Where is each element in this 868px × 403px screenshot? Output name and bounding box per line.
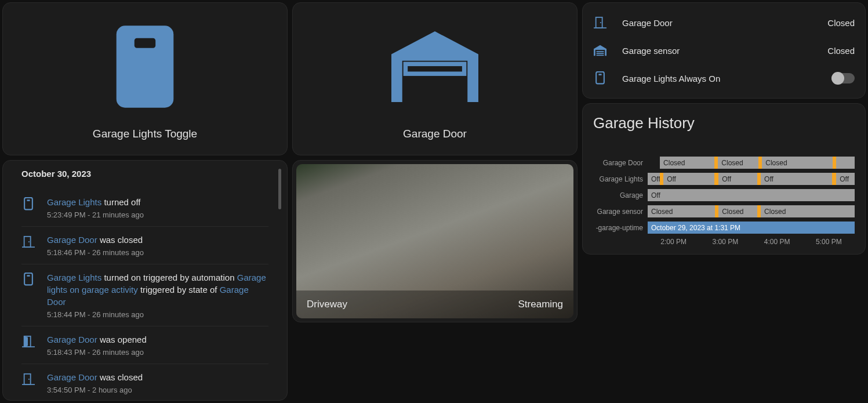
- garage-lights-toggle-label: Garage Lights Toggle: [93, 128, 197, 140]
- log-item-time: 3:54:50 PM - 2 hours ago: [47, 386, 268, 394]
- camera-name: Driveway: [307, 299, 347, 310]
- svg-rect-22: [597, 53, 604, 54]
- history-title: Garage History: [593, 114, 855, 132]
- timeline-segment: Closed: [648, 205, 715, 217]
- timeline-segment: Off: [761, 173, 832, 185]
- timeline-track: ClosedClosedClosed: [648, 157, 855, 169]
- timeline-segment: Closed: [660, 157, 714, 169]
- status-value: Closed: [827, 18, 855, 28]
- scrollbar-thumb[interactable]: [278, 169, 281, 209]
- camera-status: Streaming: [518, 299, 563, 310]
- timeline-track: Off: [648, 189, 855, 201]
- svg-rect-24: [596, 72, 604, 84]
- svg-rect-16: [405, 64, 464, 74]
- axis-tick: 5:00 PM: [803, 238, 855, 246]
- svg-rect-25: [598, 74, 601, 75]
- log-item-time: 5:23:49 PM - 21 minutes ago: [47, 210, 268, 219]
- axis-tick: 4:00 PM: [751, 238, 803, 246]
- garage-icon: [391, 23, 478, 110]
- camera-overlay: Driveway Streaming: [296, 291, 573, 318]
- timeline-row[interactable]: Garage Off: [593, 189, 855, 201]
- log-item[interactable]: Garage Door was closed 3:54:50 PM - 2 ho…: [21, 364, 268, 400]
- garage-icon: [593, 43, 607, 57]
- log-item-time: 5:18:44 PM - 26 minutes ago: [47, 310, 268, 319]
- log-item[interactable]: Garage Lights turned off 5:23:49 PM - 21…: [21, 189, 268, 227]
- timeline-segment: [836, 157, 855, 169]
- garage-lights-toggle-card[interactable]: Garage Lights Toggle: [2, 2, 288, 155]
- timeline-segment: Off: [663, 173, 714, 185]
- timeline-row[interactable]: Garage Lights OffOffOffOffOff: [593, 173, 855, 185]
- timeline-label: Garage Lights: [593, 175, 648, 183]
- svg-point-14: [28, 379, 30, 380]
- timeline-label: -garage-uptime: [593, 224, 648, 232]
- svg-marker-10: [24, 336, 28, 347]
- driveway-camera-card: Driveway Streaming: [292, 160, 578, 322]
- history-card: Garage History Garage Door ClosedClosedC…: [582, 103, 866, 255]
- activity-log-card: October 30, 2023 Garage Lights turned of…: [2, 160, 288, 401]
- timeline-segment: Closed: [762, 157, 833, 169]
- door-closed-icon: [21, 372, 35, 386]
- status-label: Garage Lights Always On: [622, 74, 816, 83]
- timeline-segment: Off: [718, 173, 757, 185]
- timeline-segment: Closed: [718, 205, 757, 217]
- log-item-text: Garage Door was closed: [47, 371, 268, 383]
- garage-door-label: Garage Door: [403, 128, 467, 140]
- light-icon: [593, 71, 607, 85]
- log-item-time: 5:18:46 PM - 26 minutes ago: [47, 248, 268, 257]
- timeline-row[interactable]: Garage Door ClosedClosedClosed: [593, 157, 855, 169]
- door-open-icon: [21, 335, 35, 348]
- log-item-text: Garage Door was closed: [47, 234, 268, 246]
- svg-rect-2: [24, 198, 32, 210]
- timeline-row[interactable]: -garage-uptime October 29, 2023 at 1:31 …: [593, 222, 855, 234]
- light-icon: [21, 273, 35, 286]
- camera-feed[interactable]: Driveway Streaming: [296, 164, 573, 318]
- log-item-text: Garage Lights turned off: [47, 196, 268, 208]
- status-row: Garage Door Closed: [593, 9, 855, 37]
- log-item[interactable]: Garage Lights turned on triggered by aut…: [21, 264, 268, 326]
- timeline-segment: October 29, 2023 at 1:31 PM: [648, 222, 855, 234]
- timeline-segment: Off: [648, 173, 660, 185]
- svg-rect-23: [597, 55, 604, 56]
- log-item-text: Garage Door was opened: [47, 333, 268, 346]
- light-icon: [21, 197, 35, 211]
- door-closed-icon: [593, 16, 607, 30]
- timeline-track: OffOffOffOffOff: [648, 173, 855, 185]
- timeline-row[interactable]: Garage sensor ClosedClosedClosed: [593, 205, 855, 217]
- log-item-time: 5:18:43 PM - 26 minutes ago: [47, 348, 268, 357]
- svg-rect-21: [597, 51, 604, 52]
- timeline-label: Garage Door: [593, 159, 648, 167]
- timeline-segment: [714, 173, 718, 185]
- timeline-segment: Closed: [761, 205, 855, 217]
- log-item[interactable]: Garage Door was closed 5:18:46 PM - 26 m…: [21, 227, 268, 264]
- status-card: Garage Door Closed Garage sensor Closed …: [582, 2, 866, 99]
- garage-door-card[interactable]: Garage Door: [292, 2, 578, 155]
- svg-rect-8: [27, 275, 30, 277]
- status-row: Garage sensor Closed: [593, 37, 855, 64]
- timeline-segment: Off: [836, 173, 855, 185]
- activity-log-scroll[interactable]: October 30, 2023 Garage Lights turned of…: [3, 161, 287, 400]
- svg-marker-20: [594, 45, 606, 56]
- svg-rect-1: [135, 38, 155, 48]
- timeline-label: Garage: [593, 191, 648, 199]
- status-label: Garage Door: [622, 18, 812, 28]
- svg-point-6: [28, 241, 30, 242]
- log-item-text: Garage Lights turned on triggered by aut…: [47, 271, 268, 308]
- toggle-switch[interactable]: [831, 73, 855, 83]
- timeline-segment: [832, 173, 836, 185]
- status-label: Garage sensor: [622, 46, 812, 56]
- svg-point-19: [600, 22, 601, 23]
- svg-rect-0: [117, 26, 174, 107]
- light-switch-icon: [101, 23, 188, 110]
- timeline-track: ClosedClosedClosed: [648, 205, 855, 217]
- svg-rect-7: [24, 273, 32, 285]
- log-date-header: October 30, 2023: [21, 169, 268, 179]
- status-row[interactable]: Garage Lights Always On: [593, 64, 855, 92]
- timeline-segment: Off: [648, 189, 855, 201]
- log-item[interactable]: Garage Door was opened 5:18:43 PM - 26 m…: [21, 326, 268, 364]
- svg-rect-3: [27, 199, 30, 201]
- timeline-segment: [648, 157, 660, 169]
- door-closed-icon: [21, 235, 35, 249]
- axis-tick: 2:00 PM: [648, 238, 699, 246]
- status-value: Closed: [827, 46, 855, 56]
- timeline-track: October 29, 2023 at 1:31 PM: [648, 222, 855, 234]
